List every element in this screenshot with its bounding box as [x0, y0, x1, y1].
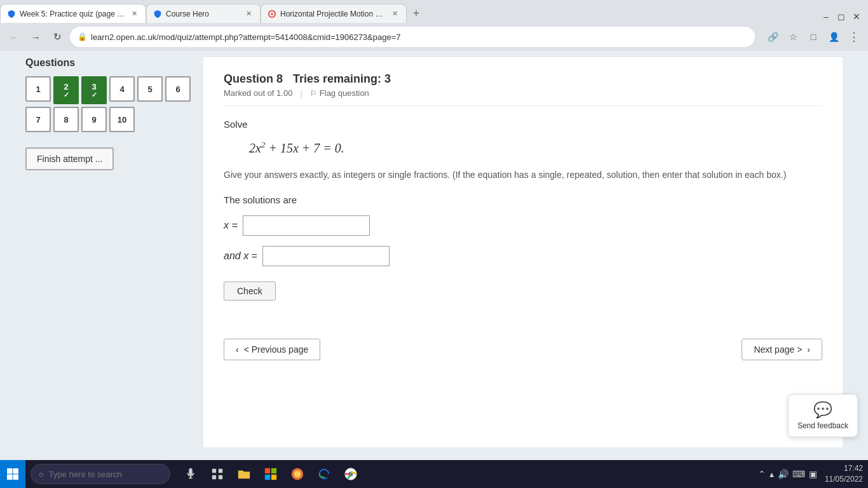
tab-close-2[interactable]: ✕ [243, 9, 254, 19]
account-icon[interactable]: 👤 [825, 28, 843, 46]
tab-favicon-1 [7, 10, 16, 18]
taskbar-search-input[interactable] [49, 470, 151, 479]
questions-title: Questions [25, 57, 191, 69]
question-btn-9[interactable]: 9 [81, 107, 107, 132]
tries-remaining: Tries remaining: 3 [293, 72, 391, 86]
taskbar-right: ⌃ ▴ 🔊 ⌨ ▣ 17:42 11/05/2022 [758, 463, 868, 485]
finish-attempt-button[interactable]: Finish attempt ... [25, 147, 114, 170]
svg-rect-5 [13, 475, 19, 480]
question-number: Question 8 [224, 72, 283, 86]
forward-button[interactable]: → [27, 28, 44, 46]
close-icon[interactable]: ✕ [850, 10, 863, 23]
question-btn-5[interactable]: 5 [137, 76, 163, 102]
new-tab-button[interactable]: + [407, 4, 426, 23]
next-page-button[interactable]: Next page > › [742, 339, 822, 360]
question-area: Question 8 Tries remaining: 3 Marked out… [203, 57, 843, 447]
svg-rect-12 [265, 475, 270, 480]
answer2-label: and x = [224, 250, 257, 262]
svg-point-1 [271, 13, 273, 15]
notification-icon[interactable]: ▣ [809, 469, 817, 479]
next-arrow-icon: › [807, 344, 810, 355]
tab-quiz[interactable]: Week 5: Practice quiz (page 8 of ✕ [0, 4, 146, 23]
keyboard-icon[interactable]: ⌨ [792, 469, 805, 479]
svg-point-15 [294, 471, 301, 478]
volume-icon[interactable]: 🔊 [778, 469, 789, 479]
back-button[interactable]: ← [5, 28, 23, 46]
prev-arrow-icon: ‹ [236, 344, 239, 355]
taskbar-store-icon[interactable] [258, 460, 283, 488]
question-header: Question 8 Tries remaining: 3 [224, 72, 822, 86]
taskbar-edge-icon[interactable] [311, 460, 337, 488]
taskbar-app-icons [175, 460, 758, 488]
instruction-text: Give your answers exactly, as integers o… [224, 168, 822, 182]
next-page-label: Next page > [754, 344, 802, 355]
question-meta: Marked out of 1.00 | ⚐ Flag question [224, 88, 822, 106]
taskbar-taskview-icon[interactable] [205, 460, 230, 488]
answer-row-1: x = [224, 215, 822, 236]
question-btn-7[interactable]: 7 [25, 107, 51, 132]
flag-label: Flag question [320, 88, 369, 98]
question-btn-4[interactable]: 4 [109, 76, 135, 102]
question-btn-10[interactable]: 10 [109, 107, 135, 132]
svg-rect-9 [219, 475, 222, 479]
answer2-input[interactable] [262, 246, 390, 266]
solve-instruction: Solve [224, 119, 822, 130]
previous-page-button[interactable]: ‹ < Previous page [224, 339, 320, 360]
split-view-icon[interactable]: □ [804, 28, 822, 46]
svg-rect-3 [13, 468, 19, 474]
tab-favicon-3 [268, 10, 276, 18]
reload-button[interactable]: ↻ [48, 28, 66, 46]
tab-close-3[interactable]: ✕ [390, 9, 400, 19]
question-btn-6[interactable]: 6 [165, 76, 191, 102]
question-grid: 1 2✓ 3✓ 4 5 6 7 8 9 10 [25, 76, 191, 132]
svg-rect-11 [271, 468, 276, 473]
feedback-label: Send feedback [797, 421, 848, 430]
more-options-icon[interactable]: ⋮ [845, 28, 863, 46]
tray-chevron-icon[interactable]: ⌃ [758, 469, 766, 479]
answer1-input[interactable] [243, 215, 370, 236]
check-button[interactable]: Check [224, 281, 276, 301]
prev-page-label: < Previous page [244, 344, 309, 355]
tab-close-1[interactable]: ✕ [129, 9, 139, 19]
date-display: 11/05/2022 [825, 474, 863, 485]
taskbar-search-bar[interactable]: ○ [31, 464, 170, 484]
taskbar: ○ ⌃ ▴ [0, 460, 868, 488]
start-button[interactable] [0, 460, 25, 488]
network-icon[interactable]: ▴ [770, 469, 774, 479]
answer-row-2: and x = [224, 246, 822, 266]
security-lock-icon: 🔒 [78, 32, 87, 41]
time-display: 17:42 [825, 463, 863, 474]
feedback-button[interactable]: 💬 Send feedback [788, 394, 858, 437]
svg-rect-10 [265, 468, 270, 473]
question-btn-1[interactable]: 1 [25, 76, 51, 102]
marks-label: Marked out of 1.00 [224, 88, 292, 98]
equation-display: 2x2 + 15x + 7 = 0. [249, 140, 822, 156]
solutions-label: The solutions are [224, 194, 822, 205]
taskbar-explorer-icon[interactable] [231, 460, 257, 488]
question-btn-3[interactable]: 3✓ [81, 76, 107, 104]
system-tray-icons: ⌃ ▴ 🔊 ⌨ ▣ [758, 469, 817, 479]
taskbar-mic-icon[interactable] [178, 460, 203, 488]
taskbar-chrome-icon[interactable] [338, 460, 363, 488]
svg-rect-2 [7, 468, 13, 474]
tab-title-2: Course Hero [166, 10, 240, 18]
tab-course-hero[interactable]: Course Hero ✕ [146, 4, 261, 23]
url-display[interactable]: learn2.open.ac.uk/mod/quiz/attempt.php?a… [91, 32, 747, 42]
question-btn-2[interactable]: 2✓ [53, 76, 79, 104]
tab-projectile[interactable]: Horizontal Projectile Motion Calc ✕ [261, 4, 407, 23]
svg-rect-13 [271, 475, 276, 480]
share-icon[interactable]: 🔗 [764, 28, 782, 46]
svg-rect-4 [7, 475, 13, 480]
feedback-chat-icon: 💬 [813, 401, 832, 419]
flag-question-button[interactable]: ⚐ Flag question [310, 88, 369, 98]
minimize-icon[interactable]: – [820, 10, 832, 23]
tab-title-1: Week 5: Practice quiz (page 8 of [20, 10, 125, 18]
question-btn-8[interactable]: 8 [53, 107, 79, 132]
bookmark-icon[interactable]: ☆ [784, 28, 802, 46]
svg-rect-7 [219, 469, 222, 473]
taskbar-clock[interactable]: 17:42 11/05/2022 [825, 463, 863, 485]
svg-rect-8 [212, 475, 216, 479]
taskbar-firefox-icon[interactable] [285, 460, 310, 488]
svg-rect-6 [212, 469, 216, 473]
restore-icon[interactable]: ◻ [835, 10, 848, 23]
